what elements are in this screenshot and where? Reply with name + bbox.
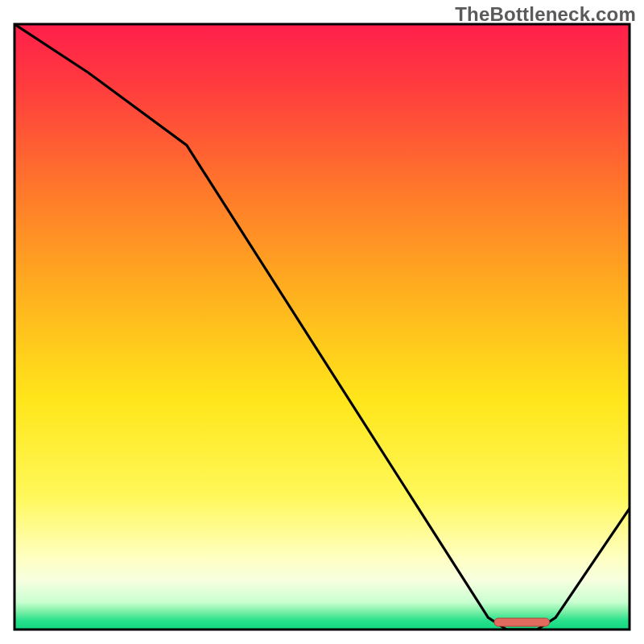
optimum-marker [494,618,550,626]
chart-stage: TheBottleneck.com [0,0,644,644]
bottleneck-plot [0,0,644,644]
plot-area [14,24,630,630]
gradient-background [14,24,630,630]
watermark-label: TheBottleneck.com [455,3,636,26]
